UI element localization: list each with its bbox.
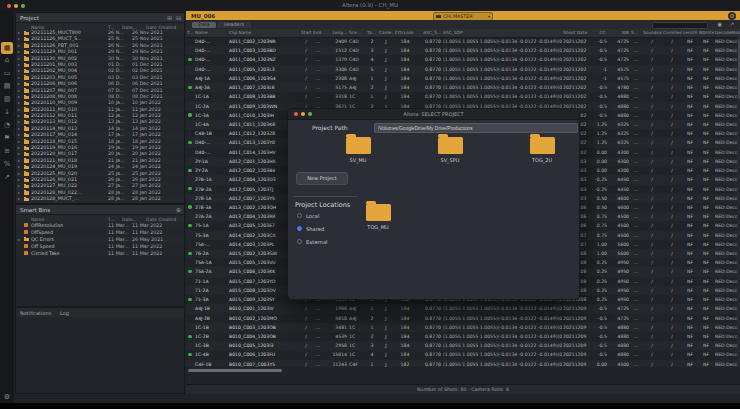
- project-folder[interactable]: SV_SPU: [402, 137, 498, 163]
- column-header[interactable]: End: [312, 29, 324, 37]
- col-date[interactable]: Date...: [122, 25, 137, 30]
- collapse-panel-icon[interactable]: ⊟: [176, 14, 181, 21]
- column-header[interactable]: Shoot Date: [562, 29, 592, 37]
- project-folder[interactable]: TOG_2U: [494, 137, 590, 163]
- library-icon[interactable]: ▤: [0, 80, 14, 93]
- table-row[interactable]: A4J-2BB010_C002_1203MO/...5810A4J2J1840.…: [186, 314, 740, 323]
- col-name[interactable]: Name: [31, 217, 44, 222]
- table-row[interactable]: A4J-1BB010_C001_1203IV/...1988A4J1J1840.…: [186, 304, 740, 313]
- column-header[interactable]: Name: [194, 29, 228, 37]
- smart-bin-row[interactable]: ▸QC Errors11 Mar...26 May 2021: [16, 236, 184, 243]
- column-header[interactable]: Start: [300, 29, 312, 37]
- column-header[interactable]: COLLook: [394, 29, 416, 37]
- cell-name: D40-...: [194, 138, 228, 147]
- active-bin-tab[interactable]: MU_006: [191, 13, 215, 19]
- column-header[interactable]: Leng...: [324, 29, 348, 37]
- import-icon[interactable]: ↓: [0, 106, 14, 119]
- col-type[interactable]: T...: [108, 217, 115, 222]
- col-type[interactable]: T...: [108, 25, 115, 30]
- smart-bin-row[interactable]: Off Speed11 Mar...11 Mar 2022: [16, 243, 184, 250]
- table-row[interactable]: C4F-1BB010_C007_C003Y5/...11243C4F1J1820…: [186, 360, 740, 367]
- cell-camera: J: [378, 55, 394, 64]
- home-icon[interactable]: ⌂: [0, 54, 14, 67]
- column-header[interactable]: LensFil...: [682, 29, 698, 37]
- cell-nd-filter: NF: [698, 304, 714, 313]
- column-header[interactable]: Clip Name: [228, 29, 300, 37]
- tab-notifications[interactable]: Notifications: [20, 310, 51, 316]
- column-header[interactable]: Came...: [378, 29, 394, 37]
- location-folder[interactable]: TOG_MU: [330, 204, 426, 230]
- cell-collook: 184: [394, 37, 416, 46]
- slate-icon[interactable]: ▥: [0, 93, 14, 106]
- cell-s: ...: [630, 295, 642, 304]
- cell-name: 71-3A: [194, 295, 228, 304]
- settings-gear-icon[interactable]: ⚙: [0, 393, 14, 401]
- table-row[interactable]: D40-...A011_C003_1203BD/...1512C4D3J1840…: [186, 46, 740, 55]
- col-date[interactable]: Date...: [122, 217, 137, 222]
- bin-name: Off Speed: [31, 243, 105, 250]
- smart-bin-row[interactable]: OffSpeed11 Mar...11 Mar 2022: [16, 229, 184, 236]
- cell-cc: -0.25: [592, 185, 608, 194]
- history-icon[interactable]: ◔: [0, 119, 14, 132]
- column-header[interactable]: ASC_S...: [416, 29, 442, 37]
- tab-log[interactable]: Log: [60, 310, 69, 316]
- col-name[interactable]: Name: [31, 25, 44, 30]
- radio-shared[interactable]: [297, 226, 302, 231]
- table-row[interactable]: 1C-1BB010_C003_1203OB/...34811C1J1840.87…: [186, 323, 740, 332]
- project-folder[interactable]: SV_MU: [310, 137, 406, 163]
- visibility-icon[interactable]: ◉: [717, 21, 722, 27]
- disclosure-icon[interactable]: ▸: [18, 236, 20, 243]
- cell-lens-filter: NF: [682, 240, 698, 249]
- add-smart-bin-icon[interactable]: ⊕: [176, 206, 181, 213]
- column-header[interactable]: DecodeMode: [714, 29, 740, 37]
- column-header[interactable]: NDFilter: [698, 29, 714, 37]
- cell-lens-filter: NF: [682, 157, 698, 166]
- table-row[interactable]: 1C-3BB010_C005_1203I3/...29581C3J1840.87…: [186, 341, 740, 350]
- transcode-icon[interactable]: %: [0, 158, 14, 171]
- column-header[interactable]: Ta...: [366, 29, 378, 37]
- table-row[interactable]: D40-...A011_C005_1203L3/...3306C4D5J1840…: [186, 65, 740, 74]
- cell-asc-sop: (1.0055 1.0055 1.0055)(-0.0134 -0.0122 -…: [442, 332, 562, 341]
- export-icon[interactable]: ↗: [0, 171, 14, 184]
- column-header[interactable]: Sce...: [348, 29, 366, 37]
- column-header[interactable]: Commen...: [662, 29, 682, 37]
- table-row[interactable]: D40-...A011_C004_1203NZ/...1379C4D4J1840…: [186, 55, 740, 64]
- storage-icon[interactable]: ≡: [0, 145, 14, 158]
- project-path-input[interactable]: [374, 123, 578, 133]
- cell-clip-name: A011_C005_1203L3: [228, 65, 300, 74]
- table-settings-gear-icon[interactable]: ⚙: [728, 12, 736, 20]
- col-date-created[interactable]: Date Created: [146, 217, 176, 222]
- horizontal-scrollbar[interactable]: [188, 369, 282, 372]
- column-header[interactable]: S...: [630, 29, 642, 37]
- table-row[interactable]: 1C-4BB010_C006_1203FU/...150141C4J1840.8…: [186, 350, 740, 359]
- column-header[interactable]: T...: [186, 29, 194, 37]
- column-header[interactable]: Soundroll: [642, 29, 662, 37]
- col-date-created[interactable]: Date Created: [146, 25, 176, 30]
- circled-take-dot: [188, 353, 191, 356]
- monitor-icon[interactable]: ▭: [0, 67, 14, 80]
- cell-soundroll: /: [642, 111, 662, 120]
- cell-collook: 184: [394, 314, 416, 323]
- table-row[interactable]: 1C-2BB010_C004_1203OB/...45391C2J1840.87…: [186, 332, 740, 341]
- cell-start: /: [300, 323, 312, 332]
- column-header[interactable]: WB: [608, 29, 630, 37]
- table-row[interactable]: 1C-1AA011_C008_1203BB/...33181C1J1840.87…: [186, 92, 740, 101]
- tab-headers[interactable]: Headers: [217, 22, 251, 28]
- column-header[interactable]: ASC_SOP: [442, 29, 562, 37]
- smart-bin-row[interactable]: Circled Take11 Mar...11 Mar 2022: [16, 250, 184, 257]
- column-header[interactable]: CC:: [592, 29, 608, 37]
- new-project-button[interactable]: New Project: [296, 172, 348, 185]
- status-dot: [186, 323, 194, 332]
- table-row[interactable]: A4J-2AA011_C007_1203L6/...5175A4J2J1840.…: [186, 83, 740, 92]
- tab-data[interactable]: Data: [192, 22, 216, 28]
- table-row[interactable]: A4J-1AA011_C006_1203G4/...2308A4J1J1840.…: [186, 74, 740, 83]
- table-row[interactable]: D40-...A011_C002_1203NR/...2409C4D2J1840…: [186, 37, 740, 46]
- search-input[interactable]: [652, 22, 708, 29]
- share-icon[interactable]: ↗: [729, 21, 734, 27]
- add-bin-icon[interactable]: ⊞: [167, 14, 172, 21]
- radio-external[interactable]: [297, 239, 302, 244]
- projects-icon[interactable]: ▦: [1, 42, 13, 54]
- radio-local[interactable]: [297, 213, 302, 218]
- flag-icon[interactable]: ⚑: [0, 132, 14, 145]
- smart-bin-row[interactable]: OffResolution11 Mar...11 Mar 2022: [16, 222, 184, 229]
